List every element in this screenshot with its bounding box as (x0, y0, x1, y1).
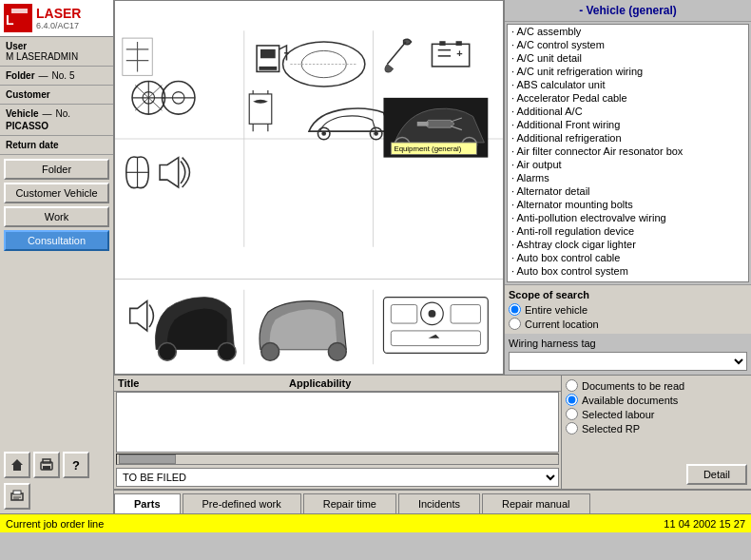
return-date-label: Return date (6, 140, 107, 150)
svg-rect-33 (249, 94, 272, 124)
tabs-bar: PartsPre-defined workRepair timeIncident… (114, 489, 751, 513)
svg-point-52 (261, 342, 279, 360)
detail-button[interactable]: Detail (686, 464, 747, 485)
table-header: Title Applicability (114, 376, 561, 392)
current-location-radio[interactable] (509, 318, 521, 330)
doc-option-3[interactable]: Selected RP (566, 422, 747, 434)
parts-list-item[interactable]: · Additional refrigeration (508, 131, 748, 145)
folder-separator: — (39, 70, 48, 81)
search-current-location[interactable]: Current location (509, 318, 747, 330)
parts-list-item[interactable]: · A/C unit refrigeration wiring (508, 65, 748, 78)
user-section: User M LASERADMIN (0, 37, 113, 67)
top-bar: L LASER 6.4.0/AC17 User M LASERADMIN Fol… (0, 0, 751, 513)
parts-list-item[interactable]: · Alternator detail (508, 184, 748, 198)
current-location-label: Current location (525, 319, 599, 330)
svg-rect-28 (439, 41, 445, 46)
vehicle-name: PICASSO (6, 121, 107, 131)
folder-button[interactable]: Folder (4, 159, 109, 180)
logo-text: LASER (36, 6, 81, 21)
parts-list-item[interactable]: · Accelerator Pedal cable (508, 91, 748, 105)
doc-options-group: Documents to be readAvailable documentsS… (566, 379, 747, 434)
svg-rect-6 (13, 491, 21, 494)
svg-text:L: L (6, 12, 14, 28)
printer2-icon-btn[interactable] (4, 483, 30, 510)
filed-dropdown[interactable]: TO BE FILED (116, 468, 559, 487)
h-scrollbar[interactable] (116, 454, 559, 465)
tab-incidents[interactable]: Incidents (398, 493, 480, 513)
home-icon (10, 457, 25, 473)
wiring-dropdown[interactable] (509, 352, 747, 371)
print-icon-btn[interactable] (33, 452, 60, 478)
parts-list-item[interactable]: · Anti-pollution electrovalve wiring (508, 211, 748, 224)
sidebar: L LASER 6.4.0/AC17 User M LASERADMIN Fol… (0, 0, 114, 513)
svg-point-50 (159, 342, 177, 360)
folder-section: Folder — No. 5 (0, 67, 113, 86)
logo-icon: L (4, 4, 32, 32)
svg-rect-58 (451, 304, 480, 323)
tab-repair-manual[interactable]: Repair manual (482, 493, 590, 513)
parts-list-item[interactable]: · Alternator mounting bolts (508, 198, 748, 211)
diagram-area[interactable]: + (114, 0, 504, 375)
vehicle-no-label: No. (55, 108, 70, 119)
parts-list-item[interactable]: · Auto box control system (508, 264, 748, 278)
doc-option-label-2: Selected labour (582, 409, 654, 420)
entire-vehicle-radio[interactable] (509, 303, 521, 316)
doc-option-2[interactable]: Selected labour (566, 408, 747, 420)
bottom-section: Title Applicability TO BE FILED (114, 375, 751, 489)
doc-radio-2[interactable] (566, 408, 578, 420)
search-section: Scope of search Entire vehicle Current l… (505, 284, 751, 334)
print-icon (39, 457, 54, 473)
doc-option-1[interactable]: Available documents (566, 394, 747, 406)
work-button[interactable]: Work (4, 206, 109, 227)
wiring-section: Wiring harness tag (505, 334, 751, 375)
parts-list-item[interactable]: · ABS calculator unit (508, 78, 748, 91)
parts-list-item[interactable]: · Auto box control cable (508, 251, 748, 264)
consultation-button[interactable]: Consultation (4, 230, 109, 251)
user-label: User (6, 41, 107, 51)
parts-list-item[interactable]: · Additional A/C (508, 105, 748, 118)
vehicle-diagram-svg: + (115, 1, 503, 277)
parts-list-item[interactable]: · Additional Front wiring (508, 118, 748, 131)
vehicle-label: Vehicle (6, 108, 38, 119)
customer-label: Customer (6, 89, 107, 100)
parts-list-item[interactable]: · Air filter connector Air resonator box (508, 145, 748, 158)
scrollbar-thumb (119, 454, 176, 464)
parts-list-item[interactable]: · A/C unit detail (508, 51, 748, 65)
help-icon-btn[interactable]: ? (63, 452, 89, 478)
parts-list-item[interactable]: · Ashtray clock cigar lighter (508, 238, 748, 251)
svg-point-36 (321, 131, 326, 136)
parts-list-item[interactable]: · A/C assembly (508, 25, 748, 38)
user-name: M LASERADMIN (6, 51, 107, 62)
entire-vehicle-label: Entire vehicle (525, 304, 587, 316)
status-bar: Current job order line 11 04 2002 15 27 (0, 513, 751, 532)
tab-repair-time[interactable]: Repair time (303, 493, 396, 513)
home-icon-btn[interactable] (4, 452, 30, 478)
doc-radio-3[interactable] (566, 422, 578, 434)
tab-pre-defined-work[interactable]: Pre-defined work (183, 493, 301, 513)
doc-option-0[interactable]: Documents to be read (566, 379, 747, 392)
svg-rect-4 (43, 466, 50, 470)
sidebar-icon-bar: ? (0, 448, 113, 513)
svg-point-57 (429, 310, 436, 318)
tab-parts[interactable]: Parts (114, 493, 181, 513)
search-entire-vehicle[interactable]: Entire vehicle (509, 303, 747, 316)
svg-text:+: + (456, 48, 462, 59)
vehicle-section: Vehicle — No. PICASSO (0, 105, 113, 136)
parts-list-item[interactable]: · Anti-roll regulation device (508, 224, 748, 238)
doc-radio-1[interactable] (566, 394, 578, 406)
parts-list-item[interactable]: · Air output (508, 158, 748, 171)
table-body[interactable] (116, 392, 559, 453)
doc-radio-0[interactable] (566, 379, 578, 392)
svg-text:Equipment (general): Equipment (general) (394, 145, 461, 153)
printer2-icon (10, 489, 25, 504)
parts-list-item[interactable]: · Alarms (508, 171, 748, 184)
main-container: L LASER 6.4.0/AC17 User M LASERADMIN Fol… (0, 0, 751, 560)
sidebar-buttons: Folder Customer Vehicle Work Consultatio… (0, 155, 113, 255)
svg-rect-24 (259, 67, 277, 70)
parts-list-item[interactable]: · A/C control system (508, 38, 748, 51)
svg-point-51 (218, 342, 236, 360)
right-panel: - Vehicle (general) · A/C assembly· A/C … (504, 0, 751, 375)
col-applicability-header: Applicability (289, 377, 557, 389)
parts-list[interactable]: · A/C assembly· A/C control system· A/C … (507, 24, 749, 282)
customer-vehicle-button[interactable]: Customer Vehicle (4, 183, 109, 203)
